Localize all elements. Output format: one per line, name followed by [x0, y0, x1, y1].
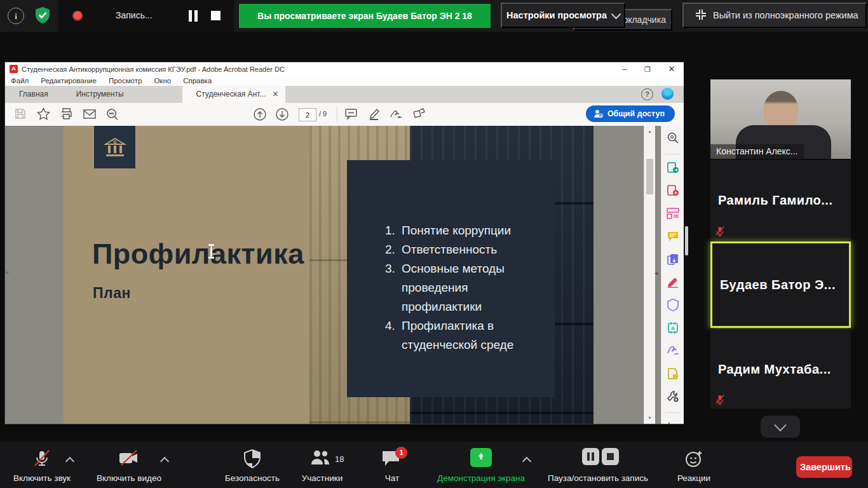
acrobat-menu-bar: Файл Редактирование Просмотр Окно Справк…	[5, 76, 684, 86]
page-number-input[interactable]	[299, 108, 316, 121]
expand-panel-icon[interactable]	[666, 419, 680, 424]
pause-recording-icon[interactable]	[188, 10, 198, 22]
close-tab-icon[interactable]	[272, 86, 278, 103]
menu-window[interactable]: Окно	[154, 77, 171, 85]
acrobat-title-bar[interactable]: Студенческая Антикоррупционная комиссия …	[5, 62, 684, 76]
menu-edit[interactable]: Редактирование	[41, 77, 97, 85]
edit-pdf-icon[interactable]	[666, 275, 680, 289]
chevron-down-icon	[611, 9, 621, 19]
email-icon[interactable]	[83, 107, 97, 121]
video-tile-2[interactable]: Рамиль Гамило...	[710, 160, 851, 240]
unmute-button[interactable]: Включить звук	[13, 473, 71, 483]
menu-view[interactable]: Просмотр	[109, 77, 142, 85]
search-zoom-icon[interactable]	[666, 131, 680, 145]
stop-recording-icon[interactable]	[211, 11, 220, 20]
participants-icon[interactable]	[310, 449, 332, 468]
chevron-down-icon	[774, 419, 787, 431]
compress-pdf-icon[interactable]: A	[666, 321, 680, 335]
list-item: 3.Основные методы проведения профилактик…	[385, 259, 555, 316]
add-tools-icon[interactable]	[666, 390, 680, 403]
svg-text:o: o	[599, 114, 602, 118]
pause-stop-recording-button[interactable]: Пауза/остановить запись	[548, 473, 648, 483]
organize-pages-icon[interactable]	[666, 207, 680, 220]
collapse-tools-pane-icon[interactable]	[654, 269, 658, 276]
video-tile-4[interactable]: Радим Мухтаба...	[710, 329, 851, 409]
restore-button[interactable]	[637, 62, 658, 76]
exit-fullscreen-icon	[695, 9, 707, 22]
share-options-chevron-icon[interactable]	[522, 457, 531, 466]
security-icon[interactable]	[243, 449, 261, 471]
exit-fullscreen-button[interactable]: Выйти из полноэкранного режима	[682, 3, 867, 28]
participant-name: Будаев Батор Э...	[720, 278, 836, 292]
scrollbar-thumb[interactable]	[646, 159, 653, 194]
reactions-icon[interactable]	[684, 449, 703, 471]
list-item: 4.Профилактика в студенческой среде	[385, 316, 555, 355]
highlight-tool-icon[interactable]	[367, 107, 381, 121]
share-person-icon: o	[593, 109, 603, 118]
scroll-down-icon[interactable]	[644, 414, 655, 423]
window-title: Студенческая Антикоррупционная комиссия …	[22, 65, 285, 73]
toolbar-divider	[337, 107, 337, 122]
stop-record-icon[interactable]	[602, 448, 619, 465]
stamp-tool-icon[interactable]	[412, 107, 426, 121]
start-video-button[interactable]: Включить видео	[97, 473, 161, 483]
pause-record-icon[interactable]	[582, 448, 599, 465]
end-meeting-button[interactable]: Завершить	[796, 456, 852, 478]
more-participants-button[interactable]	[761, 416, 800, 438]
participants-button[interactable]: Участники	[302, 473, 343, 483]
menu-help[interactable]: Справка	[183, 77, 212, 85]
pdf-slide-page: Профилактика План 1.Понятие коррупции 2.…	[64, 126, 593, 424]
convert-file-icon[interactable]	[666, 367, 680, 381]
tab-document[interactable]: Студенческая Ант...	[182, 86, 285, 103]
avatar[interactable]	[661, 88, 674, 100]
page-down-icon[interactable]	[275, 107, 289, 121]
panel-resize-handle[interactable]	[685, 226, 688, 255]
share-document-button[interactable]: o Общий доступ	[586, 105, 675, 122]
reactions-button[interactable]: Реакции	[677, 473, 710, 483]
fill-sign-icon[interactable]	[666, 344, 680, 358]
protect-pdf-icon[interactable]	[666, 298, 680, 312]
minimize-button[interactable]	[614, 62, 635, 76]
chat-button[interactable]: Чат	[385, 473, 399, 483]
vertical-scrollbar[interactable]	[644, 126, 655, 424]
export-pdf-icon[interactable]	[666, 161, 680, 175]
tab-tools[interactable]: Инструменты	[62, 86, 138, 103]
star-icon[interactable]	[37, 107, 51, 121]
combine-files-icon[interactable]	[666, 252, 680, 266]
pdf-content-area: Профилактика План 1.Понятие коррупции 2.…	[5, 126, 684, 424]
comment-tool-icon[interactable]	[344, 107, 358, 121]
security-button[interactable]: Безопасность	[225, 473, 280, 483]
video-options-chevron-icon[interactable]	[160, 457, 169, 466]
camera-off-icon[interactable]	[118, 449, 140, 470]
list-item: 2.Ответственность	[385, 240, 555, 259]
comment-icon[interactable]	[666, 229, 680, 243]
open-nav-pane-icon[interactable]	[6, 268, 10, 276]
video-tile-1[interactable]: Константин Алекс...	[710, 79, 851, 159]
menu-file[interactable]: Файл	[11, 77, 29, 85]
tab-home[interactable]: Главная	[5, 86, 62, 103]
participant-name: Константин Алекс...	[710, 144, 804, 159]
zoom-meeting-screen: i Запись... Вы просматриваете экран Буда…	[0, 0, 868, 488]
recording-widget: Запись...	[58, 0, 234, 32]
acrobat-tab-bar: Главная Инструменты Студенческая Ант...	[5, 86, 684, 103]
create-pdf-icon[interactable]	[666, 184, 680, 198]
scroll-up-icon[interactable]	[644, 127, 655, 136]
security-shield-icon[interactable]	[34, 6, 51, 24]
video-tile-3-active-speaker[interactable]: Будаев Батор Э...	[710, 241, 851, 328]
sign-tool-icon[interactable]	[389, 107, 403, 121]
mic-muted-icon[interactable]	[32, 449, 51, 471]
save-icon[interactable]	[14, 107, 28, 121]
sidebar-divider	[665, 154, 681, 154]
page-up-icon[interactable]	[253, 107, 267, 121]
meeting-info-icon[interactable]: i	[8, 8, 24, 24]
share-screen-button[interactable]: Демонстрация экрана	[437, 473, 525, 483]
close-button[interactable]	[661, 62, 682, 76]
help-icon[interactable]	[641, 88, 653, 100]
audio-options-chevron-icon[interactable]	[65, 457, 74, 466]
search-tools-icon[interactable]	[105, 107, 119, 121]
zoom-bottom-toolbar: Включить звук Включить видео Безопасност…	[0, 442, 868, 488]
building-logo	[94, 126, 135, 168]
view-settings-dropdown[interactable]: Настройки просмотра	[501, 3, 625, 28]
share-screen-icon[interactable]	[470, 448, 492, 467]
print-icon[interactable]	[60, 107, 74, 121]
